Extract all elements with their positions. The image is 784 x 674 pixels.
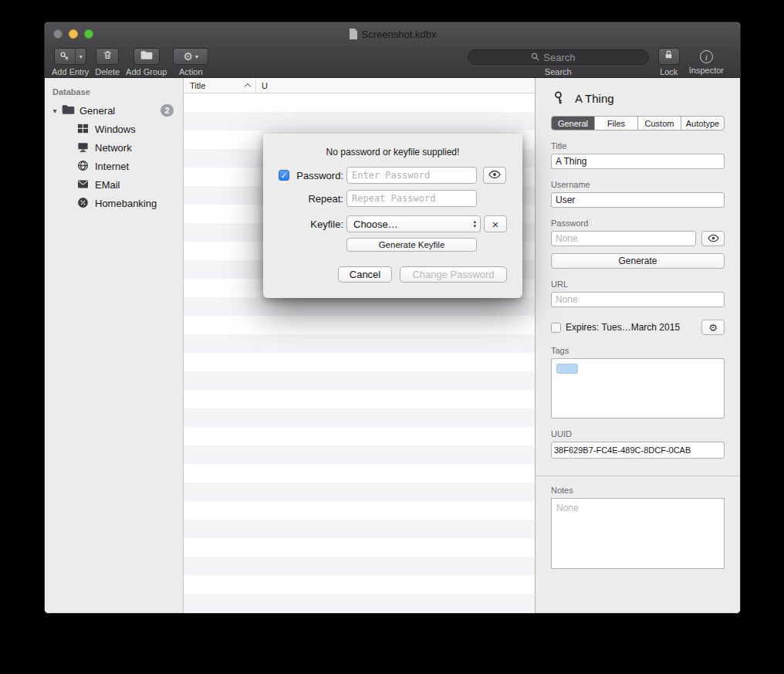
generate-keyfile-button[interactable]: Generate Keyfile — [346, 238, 477, 252]
disclosure-triangle-icon[interactable]: ▾ — [48, 107, 62, 115]
sidebar-item-homebanking[interactable]: Homebanking — [45, 194, 183, 212]
titlebar: Screenshot.kdbx — [45, 22, 740, 46]
password-checkbox[interactable]: ✓ — [279, 170, 289, 181]
search-field[interactable] — [468, 49, 649, 65]
inspector-tabs: General Files Custom Autotype — [551, 116, 725, 130]
action-tool: ⚙ ▾ Action — [173, 48, 208, 76]
action-label: Action — [179, 67, 203, 76]
sidebar-item-general[interactable]: ▾ General 2 — [45, 101, 183, 120]
password-field-label: Password — [551, 218, 725, 228]
add-group-label: Add Group — [126, 67, 167, 76]
sidebar-item-label: General — [79, 105, 115, 117]
gear-icon: ⚙ — [708, 323, 718, 333]
tab-general[interactable]: General — [552, 117, 595, 130]
add-group-tool: Add Group — [126, 48, 167, 76]
computer-icon — [77, 141, 90, 154]
generate-button[interactable]: Generate — [551, 253, 725, 269]
reveal-password-button[interactable] — [483, 167, 506, 184]
close-button[interactable] — [53, 29, 63, 39]
column-label: Title — [190, 81, 205, 90]
envelope-icon — [77, 178, 90, 191]
folder-icon — [62, 104, 75, 117]
delete-label: Delete — [95, 67, 120, 76]
inspector-panel: A Thing General Files Custom Autotype Ti… — [536, 78, 740, 613]
uuid-field[interactable] — [551, 442, 725, 459]
sidebar-item-label: Windows — [95, 124, 136, 135]
windows-icon — [77, 123, 90, 135]
gear-icon: ⚙ — [184, 51, 194, 62]
cancel-button[interactable]: Cancel — [338, 266, 392, 283]
clear-keyfile-button[interactable]: × — [484, 215, 507, 232]
search-tool: Search — [468, 48, 649, 76]
title-field[interactable] — [551, 154, 725, 169]
search-icon — [531, 50, 539, 64]
dialog-message: No password or keyfile supplied! — [263, 147, 522, 157]
sidebar-header: Database — [45, 86, 183, 101]
add-entry-button[interactable]: ▾ — [54, 48, 86, 65]
reveal-password-button[interactable] — [701, 231, 725, 246]
keyfile-label: Keyfile: — [279, 218, 343, 230]
password-input[interactable] — [346, 167, 477, 184]
trash-icon — [103, 49, 113, 63]
expires-checkbox[interactable] — [551, 323, 561, 333]
globe-icon — [77, 160, 90, 172]
tab-files[interactable]: Files — [595, 117, 638, 130]
tags-label: Tags — [551, 346, 725, 355]
window-title: Screenshot.kdbx — [362, 29, 437, 40]
tab-custom[interactable]: Custom — [638, 117, 681, 130]
app-window: Screenshot.kdbx ▾ Add Entry Delete — [44, 22, 741, 614]
popup-stepper-icon: ▴▾ — [473, 219, 476, 229]
sidebar-item-label: Homebanking — [95, 198, 157, 209]
keyfile-popup-value: Choose… — [353, 218, 473, 230]
expires-settings-button[interactable]: ⚙ — [701, 320, 725, 335]
password-field[interactable] — [551, 231, 696, 246]
keyfile-popup[interactable]: Choose… ▴▾ — [346, 215, 481, 232]
minimize-button[interactable] — [69, 29, 78, 39]
delete-button[interactable] — [96, 48, 119, 65]
tab-autotype[interactable]: Autotype — [681, 117, 724, 130]
percent-coin-icon — [77, 197, 90, 209]
lock-button[interactable] — [658, 48, 680, 65]
change-password-button[interactable]: Change Password — [400, 266, 507, 283]
delete-tool: Delete — [95, 48, 120, 76]
inspector-header: A Thing — [553, 90, 725, 106]
zoom-button[interactable] — [84, 29, 93, 39]
entry-count-badge: 2 — [161, 104, 174, 117]
tag-token[interactable] — [556, 364, 578, 374]
password-label: Password: — [289, 170, 343, 181]
lock-icon — [664, 49, 674, 63]
key-icon — [553, 90, 568, 106]
title-field-label: Title — [551, 141, 725, 151]
lock-tool: Lock — [658, 48, 680, 76]
sidebar-item-internet[interactable]: Internet — [45, 157, 183, 175]
column-header-title[interactable]: Title — [184, 78, 256, 93]
add-group-button[interactable] — [133, 48, 160, 65]
sidebar: Database ▾ General 2 Windows Networ — [45, 78, 184, 613]
sidebar-item-label: Network — [95, 142, 132, 154]
chevron-down-icon[interactable]: ▾ — [76, 49, 86, 64]
folder-plus-icon — [140, 49, 153, 63]
sidebar-item-windows[interactable]: Windows — [45, 120, 183, 138]
sort-ascending-icon — [245, 83, 251, 90]
username-field[interactable] — [551, 192, 725, 208]
add-entry-label: Add Entry — [52, 67, 89, 76]
lock-label: Lock — [660, 67, 678, 76]
inspector-tool: i Inspector — [689, 48, 724, 75]
tags-field[interactable] — [551, 358, 725, 418]
list-header: Title U — [184, 78, 535, 93]
window-title-area: Screenshot.kdbx — [349, 29, 437, 40]
url-field[interactable] — [551, 292, 725, 307]
search-input[interactable] — [543, 52, 585, 63]
column-header-username[interactable]: U — [256, 78, 268, 93]
sidebar-item-network[interactable]: Network — [45, 138, 183, 157]
action-button[interactable]: ⚙ ▾ — [173, 48, 208, 65]
content-area: Database ▾ General 2 Windows Networ — [45, 78, 740, 613]
search-caption: Search — [545, 67, 572, 76]
info-icon[interactable]: i — [700, 50, 713, 63]
repeat-password-input[interactable] — [346, 190, 477, 207]
close-icon: × — [492, 218, 499, 231]
inspector-label: Inspector — [689, 66, 724, 75]
notes-field[interactable]: None — [551, 498, 725, 569]
column-label: U — [262, 81, 268, 90]
sidebar-item-email[interactable]: EMail — [45, 175, 183, 194]
